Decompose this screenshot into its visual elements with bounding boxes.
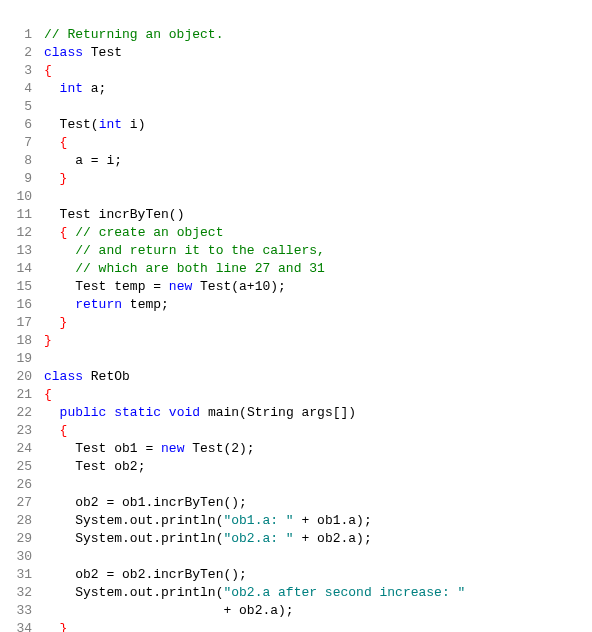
code-line: 19 [8,350,584,368]
code-content [44,188,584,206]
token-keyword: class [44,369,83,384]
line-number: 34 [8,620,44,632]
code-line: 26 [8,476,584,494]
code-line: 8 a = i; [8,152,584,170]
line-number: 26 [8,476,44,494]
line-number: 17 [8,314,44,332]
token-comment: // create an object [75,225,223,240]
line-number: 6 [8,116,44,134]
token-keyword: static [114,405,161,420]
line-number: 25 [8,458,44,476]
code-line: 31 ob2 = ob2.incrByTen(); [8,566,584,584]
code-content [44,98,584,116]
code-content: ob2 = ob2.incrByTen(); [44,566,584,584]
code-line: 9 } [8,170,584,188]
line-number: 10 [8,188,44,206]
code-content: { // create an object [44,224,584,242]
code-line: 4 int a; [8,80,584,98]
token-plain: main(String args[]) [200,405,356,420]
code-line: 20class RetOb [8,368,584,386]
code-line: 14 // which are both line 27 and 31 [8,260,584,278]
line-number: 32 [8,584,44,602]
line-number: 33 [8,602,44,620]
line-number: 3 [8,62,44,80]
code-line: 22 public static void main(String args[]… [8,404,584,422]
code-content: { [44,62,584,80]
line-number: 7 [8,134,44,152]
code-line: 5 [8,98,584,116]
token-string: "ob1.a: " [223,513,293,528]
code-content: class Test [44,44,584,62]
line-number: 30 [8,548,44,566]
code-content: Test incrByTen() [44,206,584,224]
line-number: 22 [8,404,44,422]
line-number: 29 [8,530,44,548]
token-plain: a; [83,81,106,96]
code-content: } [44,332,584,350]
token-comment: // Returning an object. [44,27,223,42]
code-line: 30 [8,548,584,566]
line-number: 5 [8,98,44,116]
token-plain: ob2 = ob1.incrByTen(); [75,495,247,510]
token-plain: Test temp = [75,279,169,294]
token-brace: { [60,135,68,150]
code-content: public static void main(String args[]) [44,404,584,422]
code-line: 7 { [8,134,584,152]
line-number: 12 [8,224,44,242]
code-line: 28 System.out.println("ob1.a: " + ob1.a)… [8,512,584,530]
line-number: 31 [8,566,44,584]
code-content: System.out.println("ob2.a after second i… [44,584,584,602]
token-keyword: class [44,45,83,60]
code-line: 27 ob2 = ob1.incrByTen(); [8,494,584,512]
code-content: { [44,134,584,152]
code-content: System.out.println("ob1.a: " + ob1.a); [44,512,584,530]
code-content [44,476,584,494]
line-number: 24 [8,440,44,458]
token-plain: + ob2.a); [294,531,372,546]
token-brace: { [44,63,52,78]
code-line: 23 { [8,422,584,440]
token-keyword: return [75,297,122,312]
code-content: Test ob1 = new Test(2); [44,440,584,458]
code-line: 33 + ob2.a); [8,602,584,620]
token-plain: a = i; [75,153,122,168]
token-keyword: int [99,117,122,132]
code-line: 29 System.out.println("ob2.a: " + ob2.a)… [8,530,584,548]
token-brace: } [60,315,68,330]
code-content: System.out.println("ob2.a: " + ob2.a); [44,530,584,548]
token-plain: System.out.println( [75,585,223,600]
token-plain: Test ob2; [75,459,145,474]
line-number: 14 [8,260,44,278]
token-plain [161,405,169,420]
code-content: } [44,620,584,632]
code-line: 1// Returning an object. [8,26,584,44]
code-content: Test ob2; [44,458,584,476]
token-plain: System.out.println( [75,531,223,546]
token-plain: Test ob1 = [75,441,161,456]
token-brace: } [60,171,68,186]
token-plain: ob2 = ob2.incrByTen(); [75,567,247,582]
token-plain: Test( [60,117,99,132]
token-plain: + ob2.a); [223,603,293,618]
code-line: 32 System.out.println("ob2.a after secon… [8,584,584,602]
line-number: 9 [8,170,44,188]
line-number: 13 [8,242,44,260]
code-content: ob2 = ob1.incrByTen(); [44,494,584,512]
token-brace: } [60,621,68,632]
code-content: } [44,170,584,188]
code-content [44,350,584,368]
line-number: 18 [8,332,44,350]
code-line: 10 [8,188,584,206]
code-line: 24 Test ob1 = new Test(2); [8,440,584,458]
code-content: + ob2.a); [44,602,584,620]
code-line: 12 { // create an object [8,224,584,242]
code-line: 16 return temp; [8,296,584,314]
token-keyword: new [169,279,192,294]
token-plain: i) [122,117,145,132]
code-content [44,548,584,566]
token-brace: { [44,387,52,402]
code-line: 15 Test temp = new Test(a+10); [8,278,584,296]
token-string: "ob2.a after second increase: " [223,585,465,600]
token-keyword: void [169,405,200,420]
code-content: class RetOb [44,368,584,386]
